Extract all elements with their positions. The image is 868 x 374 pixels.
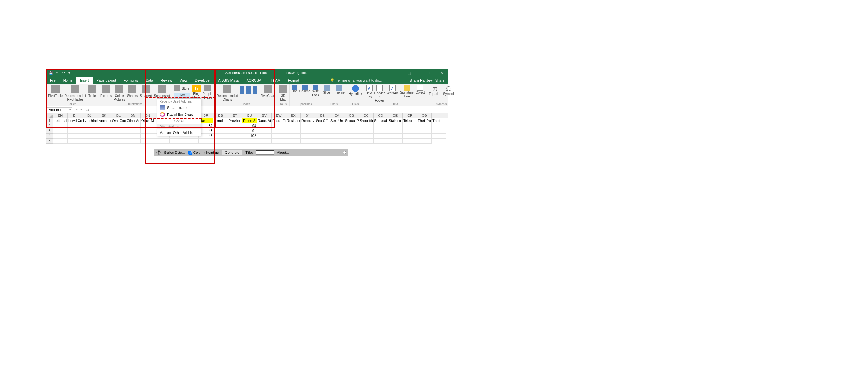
column-header[interactable]: BJ [82, 113, 97, 118]
cell[interactable] [388, 123, 403, 128]
column-header[interactable]: CD [374, 113, 388, 118]
cell[interactable] [315, 138, 330, 144]
cell[interactable] [228, 123, 243, 128]
equation-button[interactable]: πEquation [429, 85, 441, 96]
cell[interactable]: 102 [243, 133, 257, 138]
column-header[interactable]: BM [126, 113, 141, 118]
cell[interactable]: Theft [432, 118, 446, 123]
cell[interactable] [213, 138, 228, 144]
cell[interactable]: Pimping [213, 118, 228, 123]
minimize-icon[interactable]: — [415, 71, 425, 75]
cell[interactable] [257, 133, 272, 138]
cell[interactable] [330, 133, 344, 138]
tab-review[interactable]: Review [157, 76, 176, 84]
cancel-formula-icon[interactable]: ✕ [75, 107, 78, 112]
tab-data[interactable]: Data [142, 76, 157, 84]
cell[interactable]: Sex Offen [315, 118, 330, 123]
tab-team[interactable]: TEAM [267, 76, 284, 84]
cell[interactable] [301, 133, 315, 138]
row-header[interactable]: 5 [46, 138, 53, 144]
cell[interactable] [388, 133, 403, 138]
cell[interactable] [126, 123, 141, 128]
cell[interactable] [257, 138, 272, 144]
cell[interactable] [141, 138, 155, 144]
row-header[interactable]: 4 [46, 133, 53, 138]
cell[interactable] [417, 123, 432, 128]
tab-format[interactable]: Format [284, 76, 303, 84]
tab-formulas[interactable]: Formulas [120, 76, 142, 84]
cell[interactable] [199, 138, 213, 144]
chart-type-icon[interactable] [253, 86, 257, 90]
cell[interactable] [374, 123, 388, 128]
formula-input[interactable] [91, 108, 447, 112]
cell[interactable]: Lewd Con [68, 118, 82, 123]
cell[interactable] [53, 128, 68, 133]
cell[interactable] [228, 133, 243, 138]
cell[interactable] [272, 128, 286, 133]
row-header[interactable]: 1 [46, 118, 53, 123]
tab-page-layout[interactable]: Page Layout [93, 76, 120, 84]
cell[interactable] [344, 128, 359, 133]
see-all-link[interactable]: See All [157, 118, 201, 124]
textbox-button[interactable]: AText Box [366, 85, 373, 99]
cell[interactable] [359, 128, 374, 133]
cell[interactable] [417, 133, 432, 138]
user-name[interactable]: Shalin Hai-Jew [409, 79, 432, 82]
column-header[interactable]: BK [97, 113, 112, 118]
cell[interactable] [286, 138, 301, 144]
qat-dropdown-icon[interactable]: ▾ [68, 71, 70, 75]
tab-acrobat[interactable]: ACROBAT [243, 76, 267, 84]
cell[interactable] [112, 128, 126, 133]
cell[interactable] [432, 133, 446, 138]
column-header[interactable]: BL [112, 113, 126, 118]
cell[interactable] [374, 133, 388, 138]
bing-maps-button[interactable]: bBing Maps [192, 85, 201, 99]
wordart-button[interactable]: AWordArt [386, 85, 398, 95]
cell[interactable] [213, 133, 228, 138]
cell[interactable] [403, 128, 417, 133]
timeline-button[interactable]: Timeline [333, 85, 344, 95]
cell[interactable] [403, 123, 417, 128]
column-header[interactable]: CG [417, 113, 432, 118]
addin-item-streamgraph[interactable]: Streamgraph [157, 104, 201, 111]
cell[interactable] [184, 138, 199, 144]
cell[interactable] [257, 123, 272, 128]
cell[interactable] [228, 128, 243, 133]
object-button[interactable]: Object [416, 85, 425, 95]
sparkline-line-button[interactable]: Line [291, 85, 298, 93]
cell[interactable] [301, 123, 315, 128]
3d-map-button[interactable]: 3D Map [279, 85, 287, 101]
chart-type-icon[interactable] [246, 86, 251, 90]
slicer-button[interactable]: Slicer [323, 85, 331, 95]
cell[interactable]: Sex, Unlaw [330, 118, 344, 123]
cell[interactable]: Resisting A [286, 118, 301, 123]
cell[interactable] [301, 138, 315, 144]
cell[interactable]: 98 [243, 123, 257, 128]
cell[interactable] [126, 128, 141, 133]
cell[interactable]: Lymching [82, 118, 97, 123]
column-header[interactable]: BS [213, 113, 228, 118]
cell[interactable] [359, 138, 374, 144]
cell[interactable] [53, 138, 68, 144]
tell-me-search[interactable]: 💡 Tell me what you want to do... [330, 76, 382, 84]
cell[interactable] [301, 128, 315, 133]
column-header[interactable]: BU [243, 113, 257, 118]
cell[interactable] [141, 133, 155, 138]
cell[interactable] [388, 128, 403, 133]
cell[interactable] [330, 123, 344, 128]
cell[interactable] [286, 133, 301, 138]
cell[interactable] [68, 128, 82, 133]
cell[interactable] [417, 128, 432, 133]
sparkline-winloss-button[interactable]: Win/ Loss [312, 85, 319, 97]
cell[interactable] [213, 128, 228, 133]
column-header[interactable]: BZ [315, 113, 330, 118]
cell[interactable] [403, 138, 417, 144]
cell[interactable] [286, 123, 301, 128]
column-header[interactable]: BV [257, 113, 272, 118]
tab-home[interactable]: Home [60, 76, 76, 84]
cell[interactable] [53, 133, 68, 138]
column-header[interactable]: BI [68, 113, 82, 118]
tab-developer[interactable]: Developer [191, 76, 214, 84]
cell[interactable]: Prowler [228, 118, 243, 123]
header-footer-button[interactable]: Header & Footer [374, 85, 385, 102]
